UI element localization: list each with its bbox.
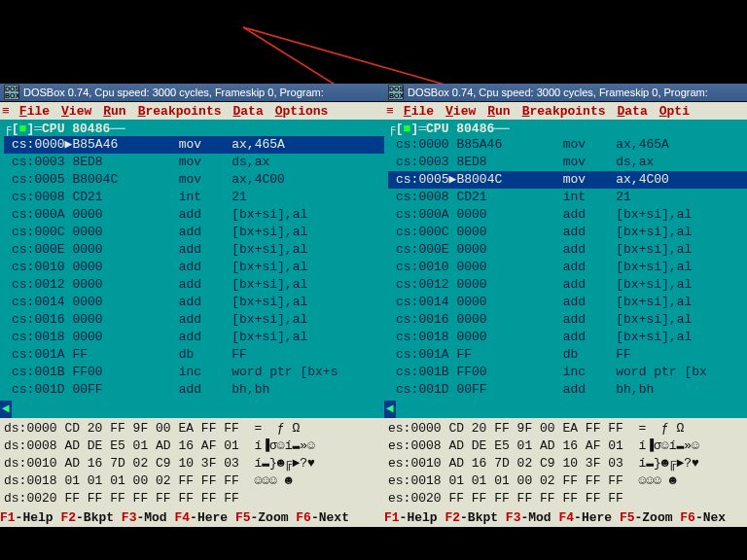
dump-line[interactable]: ds:0020 FF FF FF FF FF FF FF FF: [4, 490, 387, 508]
menu-bar: ≡FileViewRunBreakpointsDataOptions: [0, 102, 387, 120]
fkey-label[interactable]: F4: [558, 510, 574, 525]
dump-line[interactable]: es:0018 01 01 01 00 02 FF FF FF ☺☺☺ ☻: [388, 472, 747, 490]
menu-item-opti[interactable]: Opti: [659, 104, 690, 119]
disasm-line[interactable]: cs:001D 00FF add bh,bh: [388, 381, 747, 399]
fkey-label[interactable]: F6: [680, 510, 695, 525]
dosbox-icon: DOS BOX: [388, 85, 404, 100]
menu-item-view[interactable]: View: [61, 104, 91, 119]
debugger-window-left: DOS BOXDOSBox 0.74, Cpu speed: 3000 cycl…: [0, 84, 387, 560]
window-title: DOSBox 0.74, Cpu speed: 3000 cycles, Fra…: [23, 87, 324, 98]
menu-item-file[interactable]: File: [404, 104, 434, 119]
scroll-left-icon[interactable]: ◄: [0, 401, 12, 418]
disasm-line[interactable]: cs:0003 8ED8 mov ds,ax: [4, 154, 387, 171]
menu-item-file[interactable]: File: [19, 104, 50, 119]
dosbox-icon: DOS BOX: [4, 85, 19, 100]
disasm-line[interactable]: cs:001D 00FF add bh,bh: [4, 381, 387, 399]
menu-item-breakpoints[interactable]: Breakpoints: [522, 104, 606, 119]
disasm-line[interactable]: cs:0014 0000 add [bx+si],al: [388, 294, 747, 311]
disasm-line[interactable]: cs:001B FF00 inc word ptr [bx+s: [4, 364, 387, 381]
memory-dump-pane[interactable]: es:0000 CD 20 FF 9F 00 EA FF FF = ƒ Ωes:…: [384, 418, 747, 509]
disasm-line[interactable]: cs:000E 0000 add [bx+si],al: [4, 241, 387, 259]
fkey-action[interactable]: -Next: [311, 510, 349, 525]
disasm-line[interactable]: cs:000C 0000 add [bx+si],al: [388, 224, 747, 241]
disasm-line[interactable]: cs:001B FF00 inc word ptr [bx: [388, 364, 747, 381]
disasm-line[interactable]: cs:0014 0000 add [bx+si],al: [4, 294, 387, 311]
system-menu-icon[interactable]: ≡: [386, 104, 394, 119]
disasm-line[interactable]: cs:0005▶B8004C mov ax,4C00: [388, 171, 747, 189]
disasm-line[interactable]: cs:0010 0000 add [bx+si],al: [388, 259, 747, 276]
status-bar: F1-Help F2-Bkpt F3-Mod F4-Here F5-Zoom F…: [0, 509, 387, 527]
fkey-action[interactable]: -Mod: [136, 510, 174, 525]
fkey-action[interactable]: -Help: [16, 510, 61, 525]
fkey-action[interactable]: -Help: [400, 510, 445, 525]
disasm-line[interactable]: cs:000A 0000 add [bx+si],al: [388, 206, 747, 224]
disasm-line[interactable]: cs:0016 0000 add [bx+si],al: [4, 311, 387, 329]
fkey-label[interactable]: F2: [445, 510, 460, 525]
disasm-line[interactable]: cs:0010 0000 add [bx+si],al: [4, 259, 387, 276]
disasm-line[interactable]: cs:0018 0000 add [bx+si],al: [4, 329, 387, 346]
fkey-label[interactable]: F1: [384, 510, 400, 525]
pane-scroll-indicator[interactable]: ◄: [0, 401, 387, 418]
fkey-label[interactable]: F2: [60, 510, 76, 525]
debugger-window-right: DOS BOXDOSBox 0.74, Cpu speed: 3000 cycl…: [384, 84, 747, 560]
disasm-line[interactable]: cs:0008 CD21 int 21: [4, 189, 387, 206]
disasm-line[interactable]: cs:0018 0000 add [bx+si],al: [388, 329, 747, 346]
disasm-line[interactable]: cs:000C 0000 add [bx+si],al: [4, 224, 387, 241]
dump-line[interactable]: ds:0008 AD DE E5 01 AD 16 AF 01 í▐σ☺í▬»☺: [4, 438, 387, 455]
disasm-line[interactable]: cs:0012 0000 add [bx+si],al: [388, 276, 747, 294]
fkey-action[interactable]: -Bkpt: [76, 510, 122, 525]
scroll-left-icon[interactable]: ◄: [384, 401, 396, 418]
pane-scroll-indicator[interactable]: ◄: [384, 401, 747, 418]
disasm-line[interactable]: cs:001A FF db FF: [4, 346, 387, 364]
fkey-action[interactable]: -Mod: [520, 510, 558, 525]
cpu-disassembly-pane[interactable]: ╒[■]═CPU 80486──cs:0000 B85A46 mov ax,46…: [384, 120, 747, 401]
menu-item-options[interactable]: Options: [275, 104, 329, 119]
menu-item-run[interactable]: Run: [487, 104, 510, 119]
menu-item-data[interactable]: Data: [233, 104, 264, 119]
fkey-label[interactable]: F5: [235, 510, 251, 525]
disasm-line[interactable]: cs:000A 0000 add [bx+si],al: [4, 206, 387, 224]
dump-line[interactable]: es:0020 FF FF FF FF FF FF FF FF: [388, 490, 747, 508]
fkey-action[interactable]: -Zoom: [635, 510, 681, 525]
dump-line[interactable]: ds:0018 01 01 01 00 02 FF FF FF ☺☺☺ ☻: [4, 472, 387, 490]
menu-item-data[interactable]: Data: [618, 104, 648, 119]
fkey-action[interactable]: -Bkpt: [460, 510, 506, 525]
fkey-action[interactable]: -Nex: [695, 510, 726, 525]
window-titlebar[interactable]: DOS BOXDOSBox 0.74, Cpu speed: 3000 cycl…: [384, 84, 747, 102]
disasm-line[interactable]: cs:0000 B85A46 mov ax,465A: [388, 136, 747, 154]
disasm-line[interactable]: cs:000E 0000 add [bx+si],al: [388, 241, 747, 259]
fkey-label[interactable]: F4: [174, 510, 190, 525]
fkey-label[interactable]: F3: [122, 510, 137, 525]
disasm-line[interactable]: cs:0005 B8004C mov ax,4C00: [4, 171, 387, 189]
fkey-action[interactable]: -Here: [190, 510, 235, 525]
memory-dump-pane[interactable]: ds:0000 CD 20 FF 9F 00 EA FF FF = ƒ Ωds:…: [0, 418, 387, 509]
dump-line[interactable]: es:0000 CD 20 FF 9F 00 EA FF FF = ƒ Ω: [388, 420, 747, 438]
disasm-line[interactable]: cs:0008 CD21 int 21: [388, 189, 747, 206]
disasm-line[interactable]: cs:0012 0000 add [bx+si],al: [4, 276, 387, 294]
fkey-label[interactable]: F3: [506, 510, 521, 525]
menu-item-breakpoints[interactable]: Breakpoints: [138, 104, 222, 119]
disasm-line[interactable]: cs:0003 8ED8 mov ds,ax: [388, 154, 747, 171]
svg-line-0: [243, 27, 462, 89]
fkey-action[interactable]: -Zoom: [251, 510, 297, 525]
cpu-disassembly-pane[interactable]: ╒[■]═CPU 80486──cs:0000▶B85A46 mov ax,46…: [0, 120, 387, 401]
disasm-line[interactable]: cs:0000▶B85A46 mov ax,465A: [4, 136, 387, 154]
fkey-action[interactable]: -Here: [574, 510, 620, 525]
fkey-label[interactable]: F5: [620, 510, 635, 525]
cpu-pane-title: ╒[■]═CPU 80486──: [4, 122, 387, 136]
window-titlebar[interactable]: DOS BOXDOSBox 0.74, Cpu speed: 3000 cycl…: [0, 84, 387, 102]
dump-line[interactable]: ds:0000 CD 20 FF 9F 00 EA FF FF = ƒ Ω: [4, 420, 387, 438]
cpu-pane-title: ╒[■]═CPU 80486──: [388, 122, 747, 136]
fkey-label[interactable]: F1: [0, 510, 16, 525]
dump-line[interactable]: es:0008 AD DE E5 01 AD 16 AF 01 í▐σ☺í▬»☺: [388, 438, 747, 455]
dump-line[interactable]: ds:0010 AD 16 7D 02 C9 10 3F 03 í▬}☻╔►?♥: [4, 455, 387, 472]
menu-item-view[interactable]: View: [445, 104, 476, 119]
window-title: DOSBox 0.74, Cpu speed: 3000 cycles, Fra…: [408, 87, 708, 98]
menu-bar: ≡FileViewRunBreakpointsDataOpti: [384, 102, 747, 120]
system-menu-icon[interactable]: ≡: [2, 104, 10, 119]
menu-item-run[interactable]: Run: [103, 104, 125, 119]
disasm-line[interactable]: cs:001A FF db FF: [388, 346, 747, 364]
disasm-line[interactable]: cs:0016 0000 add [bx+si],al: [388, 311, 747, 329]
fkey-label[interactable]: F6: [296, 510, 311, 525]
dump-line[interactable]: es:0010 AD 16 7D 02 C9 10 3F 03 í▬}☻╔►?♥: [388, 455, 747, 472]
